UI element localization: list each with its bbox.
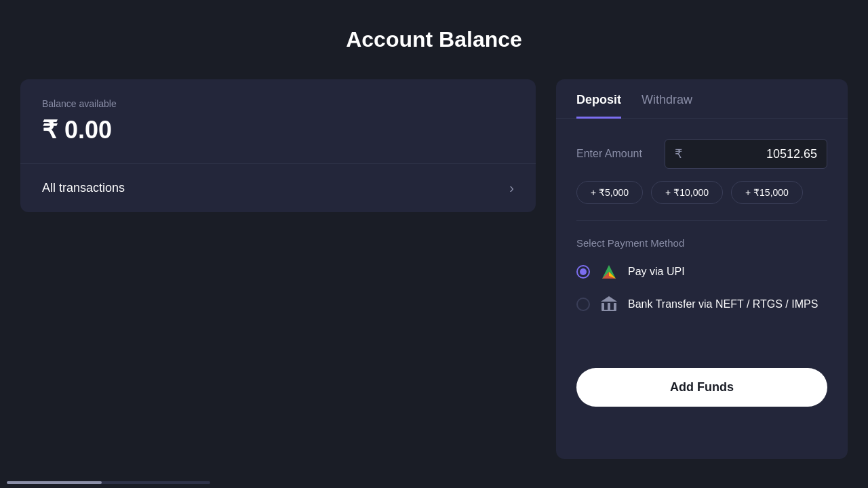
- bank-label: Bank Transfer via NEFT / RTGS / IMPS: [628, 298, 818, 310]
- balance-amount: ₹ 0.00: [42, 116, 514, 144]
- quick-amount-15000[interactable]: + ₹15,000: [731, 181, 803, 204]
- amount-input[interactable]: [688, 147, 817, 161]
- enter-amount-label: Enter Amount: [576, 148, 658, 160]
- amount-input-wrapper: ₹: [665, 139, 827, 169]
- balance-label: Balance available: [42, 98, 514, 109]
- add-funds-button[interactable]: Add Funds: [576, 368, 827, 407]
- left-panel: Balance available ₹ 0.00 All transaction…: [20, 79, 536, 212]
- transactions-label: All transactions: [42, 181, 125, 195]
- rupee-prefix-icon: ₹: [675, 146, 682, 161]
- svg-marker-7: [601, 296, 617, 302]
- quick-amounts: + ₹5,000 + ₹10,000 + ₹15,000: [576, 181, 827, 204]
- radio-bank: [576, 298, 590, 311]
- payment-option-upi[interactable]: Pay via UPI: [576, 262, 827, 281]
- scrollbar-track[interactable]: [7, 481, 210, 484]
- tab-withdraw[interactable]: Withdraw: [642, 93, 692, 119]
- tab-deposit[interactable]: Deposit: [576, 93, 621, 119]
- main-content: Balance available ₹ 0.00 All transaction…: [20, 79, 848, 459]
- tab-content: Enter Amount ₹ + ₹5,000 + ₹10,000 + ₹15,…: [556, 119, 848, 427]
- all-transactions-link[interactable]: All transactions ›: [20, 164, 536, 212]
- right-panel: Deposit Withdraw Enter Amount ₹ + ₹5,000…: [556, 79, 848, 459]
- page-container: Account Balance Balance available ₹ 0.00…: [0, 0, 868, 488]
- balance-section: Balance available ₹ 0.00: [20, 79, 536, 164]
- tabs-header: Deposit Withdraw: [556, 79, 848, 119]
- page-title: Account Balance: [20, 27, 848, 52]
- quick-amount-10000[interactable]: + ₹10,000: [651, 181, 723, 204]
- scrollbar-thumb[interactable]: [7, 481, 102, 484]
- radio-upi: [576, 265, 590, 279]
- svg-rect-3: [601, 310, 616, 311]
- upi-icon: [599, 262, 618, 281]
- payment-option-bank[interactable]: Bank Transfer via NEFT / RTGS / IMPS: [576, 295, 827, 314]
- payment-method-label: Select Payment Method: [576, 237, 827, 249]
- upi-label: Pay via UPI: [628, 266, 685, 278]
- svg-rect-6: [614, 303, 616, 310]
- bank-icon: [599, 295, 618, 314]
- bottom-scrollbar-area: [0, 477, 868, 488]
- quick-amount-5000[interactable]: + ₹5,000: [576, 181, 643, 204]
- svg-rect-4: [601, 303, 604, 310]
- divider: [576, 220, 827, 221]
- balance-card: Balance available ₹ 0.00 All transaction…: [20, 79, 536, 212]
- chevron-right-icon: ›: [509, 180, 514, 196]
- svg-rect-5: [608, 303, 610, 310]
- amount-row: Enter Amount ₹: [576, 139, 827, 169]
- radio-upi-inner: [580, 268, 587, 275]
